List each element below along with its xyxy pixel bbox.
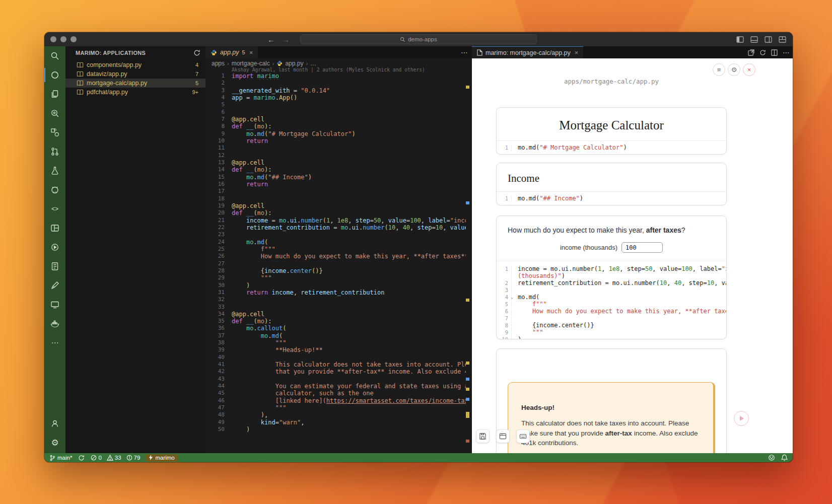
- problems-item[interactable]: 0 33 79: [91, 455, 140, 461]
- preview-tab-label: marimo: mortgage-calc/app.py: [486, 49, 571, 56]
- app-cell-count-badge: 5: [195, 80, 198, 86]
- rocket-icon[interactable]: [44, 276, 65, 295]
- cell-code[interactable]: 1income = mo.ui.number(1, 1e8, step=50, …: [497, 261, 726, 339]
- breadcrumb-file[interactable]: app.py: [285, 60, 303, 67]
- account-icon[interactable]: [44, 414, 65, 433]
- sidebar-app-item[interactable]: dataviz/app.py7: [65, 69, 205, 79]
- toggle-panel-icon[interactable]: [748, 34, 759, 44]
- command-center[interactable]: demo-apps: [300, 34, 537, 44]
- forward-arrow-icon[interactable]: →: [282, 35, 290, 44]
- marimo-status-badge[interactable]: marimo: [146, 454, 178, 462]
- open-in-new-icon[interactable]: [748, 49, 754, 56]
- remote-screen-icon[interactable]: [44, 295, 65, 314]
- close-window-icon[interactable]: [50, 36, 56, 42]
- browser-window-icon[interactable]: [496, 429, 510, 443]
- back-arrow-icon[interactable]: ←: [267, 35, 275, 44]
- marimo-icon[interactable]: [44, 65, 65, 85]
- run-cell-icon[interactable]: [734, 411, 749, 426]
- status-bar: main* 0 33 79 marimo: [44, 453, 793, 462]
- activity-bar: <> ⋯ ⚙: [44, 46, 65, 453]
- docker-icon[interactable]: [44, 314, 65, 333]
- warnings-icon: [107, 455, 113, 461]
- sidebar-title: MARIMO: APPLICATIONS: [76, 50, 146, 56]
- cell-income: Income 1mo.md("## Income"): [496, 163, 727, 205]
- income-number-input[interactable]: 100: [621, 242, 663, 253]
- info-count: 79: [134, 455, 141, 461]
- cell-code[interactable]: 1mo.md("## Income"): [497, 191, 726, 205]
- preview-icon[interactable]: [44, 104, 65, 123]
- app-file-label: components/app.py: [87, 61, 195, 68]
- errors-count: 0: [98, 455, 101, 461]
- close-tab-icon[interactable]: ×: [249, 49, 253, 56]
- cell-income-input: How much do you expect to make this year…: [496, 215, 727, 339]
- keyboard-icon[interactable]: [516, 429, 530, 443]
- settings-gear-icon[interactable]: ⚙: [44, 433, 65, 452]
- editor-tabbar: app.py 5 × ⋯: [205, 46, 472, 58]
- warnings-count: 33: [115, 455, 121, 461]
- github-icon[interactable]: [44, 180, 65, 199]
- explorer-icon[interactable]: [44, 85, 65, 104]
- code-brackets-icon[interactable]: <>: [44, 199, 65, 219]
- layout-icon[interactable]: [44, 219, 65, 238]
- zoom-window-icon[interactable]: [71, 36, 77, 42]
- close-icon[interactable]: ×: [743, 63, 755, 76]
- sidebar-app-item[interactable]: pdfchat/app.py9+: [65, 88, 205, 97]
- applications-list: components/app.py4dataviz/app.py7mortgag…: [65, 60, 205, 97]
- refresh-icon[interactable]: [759, 49, 766, 56]
- refresh-icon[interactable]: [193, 49, 200, 56]
- editor-actions-more-icon[interactable]: ⋯: [461, 48, 468, 56]
- fold-chevron-icon: ⌄: [511, 294, 513, 301]
- more-actions-icon[interactable]: ⋯: [783, 48, 790, 56]
- app-file-label: dataviz/app.py: [87, 70, 195, 78]
- traffic-lights[interactable]: [50, 36, 77, 42]
- notebook-file-icon: [77, 71, 84, 77]
- gear-icon[interactable]: ⚙: [728, 63, 740, 76]
- breadcrumb[interactable]: apps› mortgage-calc› app.py› …: [212, 59, 316, 67]
- toggle-sidebar-icon[interactable]: [734, 34, 745, 44]
- notifications-bell-icon[interactable]: [781, 454, 788, 461]
- run-icon[interactable]: [44, 238, 65, 257]
- sidebar: MARIMO: APPLICATIONS components/app.py4d…: [65, 46, 205, 453]
- breadcrumb-folder[interactable]: mortgage-calc: [232, 60, 270, 67]
- page-title: Mortgage Calculator: [497, 108, 726, 132]
- sidebar-app-item[interactable]: mortgage-calc/app.py5: [65, 79, 205, 88]
- tab-marimo-preview[interactable]: marimo: mortgage-calc/app.py ×: [472, 46, 584, 58]
- git-branch-item[interactable]: main*: [49, 455, 72, 461]
- save-icon[interactable]: [476, 429, 490, 443]
- menu-icon[interactable]: ≡: [713, 63, 725, 76]
- tab-problem-badge: 5: [242, 49, 245, 55]
- branch-icon: [49, 455, 55, 461]
- code-editor[interactable]: 1import marimo23__generated_with = "0.0.…: [205, 73, 472, 453]
- close-tab-icon[interactable]: ×: [575, 49, 579, 56]
- shapes-icon[interactable]: [44, 123, 65, 142]
- tab-label: app.py: [220, 49, 239, 56]
- tab-app-py[interactable]: app.py 5 ×: [205, 46, 258, 58]
- breadcrumb-symbol[interactable]: …: [310, 60, 316, 67]
- more-icon[interactable]: ⋯: [44, 333, 65, 352]
- python-icon: [276, 60, 283, 66]
- sync-icon[interactable]: [78, 455, 85, 461]
- app-file-path: apps/mortgage-calc/app.py: [496, 78, 727, 85]
- income-input-label: income (thousands): [560, 244, 617, 251]
- breadcrumb-apps[interactable]: apps: [212, 60, 225, 67]
- app-cell-count-badge: 9+: [192, 89, 198, 95]
- app-cell-count-badge: 7: [195, 71, 198, 77]
- toggle-secondary-sidebar-icon[interactable]: [762, 34, 774, 44]
- notebook-icon[interactable]: [44, 257, 65, 276]
- minimize-window-icon[interactable]: [60, 36, 66, 42]
- overview-ruler[interactable]: [465, 73, 471, 453]
- search-icon[interactable]: [44, 46, 65, 65]
- vscode-window: ← → demo-apps <> ⋯ ⚙: [44, 32, 793, 462]
- split-editor-icon[interactable]: [771, 49, 778, 56]
- search-icon: [400, 37, 405, 42]
- cell-code[interactable]: 1mo.md("# Mortgage Calculator"): [497, 140, 726, 154]
- python-icon: [211, 49, 217, 56]
- flask-icon[interactable]: [44, 161, 65, 180]
- cell-callout: Heads-up! This calculator does not take …: [496, 348, 727, 453]
- pull-request-icon[interactable]: [44, 142, 65, 161]
- app-file-label: pdfchat/app.py: [87, 89, 192, 96]
- sidebar-app-item[interactable]: components/app.py4: [65, 60, 205, 69]
- section-title: Income: [497, 163, 726, 185]
- customize-layout-icon[interactable]: [777, 34, 788, 44]
- feedback-smiley-icon[interactable]: [768, 454, 775, 461]
